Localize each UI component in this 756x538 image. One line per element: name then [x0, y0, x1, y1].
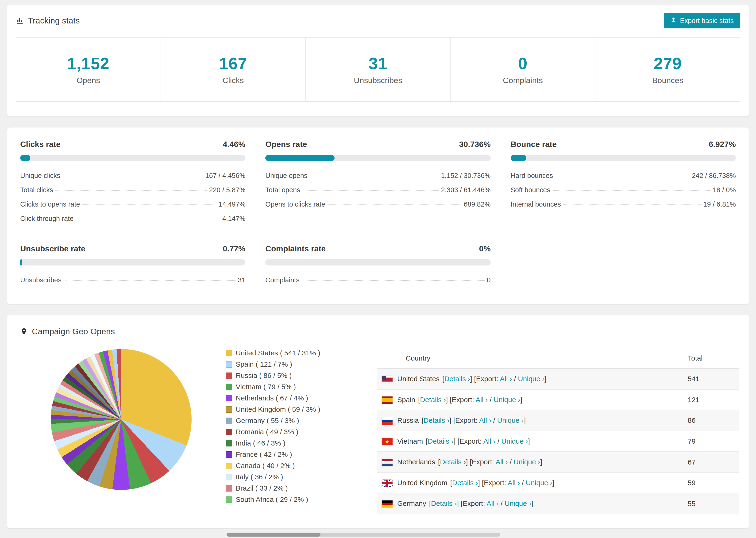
stat-line-value: 2,303 / 61.446%	[441, 186, 490, 194]
flag-icon-es	[382, 397, 393, 404]
export-all-link[interactable]: All ›	[508, 479, 520, 487]
progress-bar	[265, 259, 490, 265]
export-basic-stats-button[interactable]: Export basic stats	[664, 13, 740, 28]
dashboard-page: Tracking stats Export basic stats 1,152O…	[0, 0, 756, 533]
dotted-leader	[302, 280, 484, 281]
legend-swatch	[226, 395, 232, 402]
dotted-leader	[64, 280, 236, 281]
country-total: 79	[683, 431, 739, 452]
country-cell: Russia[Details ›] [Export: All › / Uniqu…	[377, 410, 683, 431]
legend-swatch	[226, 452, 232, 458]
progress-bar	[511, 155, 736, 161]
rate-rows: Complaints0	[265, 273, 490, 287]
country-name: Spain	[397, 396, 415, 404]
dotted-leader	[555, 176, 689, 176]
legend-label: Vietnam ( 79 / 5% )	[236, 383, 296, 391]
export-all-link[interactable]: All ›	[476, 396, 488, 404]
legend-label: South Africa ( 29 / 2% )	[236, 496, 308, 504]
export-all-link[interactable]: All ›	[483, 437, 496, 445]
legend-swatch	[226, 485, 232, 492]
country-actions: [Details ›] [Export: All › / Unique ›]	[450, 479, 554, 487]
stat-line-value: 1,152 / 30.736%	[441, 172, 490, 180]
stat-box-clicks: 167Clicks	[161, 37, 306, 102]
rate-head: Unsubscribe rate0.77%	[20, 244, 245, 253]
dotted-leader	[303, 190, 439, 190]
country-total: 541	[683, 368, 739, 389]
rate-percent: 30.736%	[459, 140, 490, 149]
legend-item: Brazil ( 33 / 2% )	[226, 484, 377, 492]
tracking-stats-card: Tracking stats Export basic stats 1,152O…	[7, 5, 749, 116]
details-link[interactable]: Details ›	[423, 416, 449, 424]
export-all-link[interactable]: All ›	[479, 416, 491, 424]
export-unique-link[interactable]: Unique ›	[505, 500, 531, 507]
stat-label: Unsubscribes	[354, 76, 402, 85]
stat-line-label: Opens to clicks rate	[265, 200, 325, 208]
export-unique-link[interactable]: Unique ›	[526, 479, 552, 487]
export-unique-link[interactable]: Unique ›	[518, 375, 544, 383]
geo-table-row-gb: United Kingdom[Details ›] [Export: All ›…	[377, 472, 739, 493]
rate-percent: 0%	[479, 244, 491, 253]
export-all-link[interactable]: All ›	[496, 458, 508, 466]
country-name: United Kingdom	[397, 479, 447, 487]
country-total: 121	[683, 389, 739, 410]
horizontal-scrollbar[interactable]	[227, 533, 500, 537]
export-all-link[interactable]: All ›	[500, 375, 512, 383]
progress-bar	[20, 155, 245, 161]
legend-label: Brazil ( 33 / 2% )	[236, 484, 288, 492]
stat-line: Unique clicks167 / 4.456%	[20, 169, 245, 183]
dotted-leader	[328, 204, 461, 205]
stat-value: 167	[219, 54, 247, 73]
geo-legend: United States ( 541 / 31% )Spain ( 121 /…	[226, 349, 377, 514]
column-header-country: Country	[377, 349, 683, 368]
geo-table-row-ru: Russia[Details ›] [Export: All › / Uniqu…	[377, 410, 739, 431]
details-link[interactable]: Details ›	[420, 396, 446, 404]
export-unique-link[interactable]: Unique ›	[501, 437, 528, 445]
geo-table-row-vn: Vietnam[Details ›] [Export: All › / Uniq…	[377, 431, 739, 452]
stat-line: Unsubscribes31	[20, 273, 245, 287]
legend-item: Italy ( 36 / 2% )	[226, 473, 377, 481]
details-link[interactable]: Details ›	[452, 479, 478, 487]
legend-swatch	[226, 384, 232, 390]
legend-label: United Kingdom ( 59 / 3% )	[236, 405, 320, 413]
stat-line-label: Hard bounces	[511, 172, 553, 180]
dotted-leader	[82, 204, 216, 205]
rate-title: Clicks rate	[20, 140, 61, 149]
flag-icon-vn	[382, 438, 393, 445]
legend-item: Romania ( 49 / 3% )	[226, 428, 377, 436]
stat-line-label: Clicks to opens rate	[20, 200, 80, 208]
country-name: Netherlands	[397, 458, 435, 466]
export-unique-link[interactable]: Unique ›	[494, 396, 520, 404]
scrollbar-thumb[interactable]	[227, 533, 320, 537]
rate-rows: Unique opens1,152 / 30.736%Total opens2,…	[265, 169, 490, 211]
stat-line: Total opens2,303 / 61.446%	[265, 183, 490, 197]
export-unique-link[interactable]: Unique ›	[514, 458, 540, 466]
legend-label: Romania ( 49 / 3% )	[236, 428, 298, 436]
legend-item: Germany ( 55 / 3% )	[226, 417, 377, 425]
country-cell: United Kingdom[Details ›] [Export: All ›…	[377, 472, 683, 493]
export-all-link[interactable]: All ›	[486, 500, 499, 507]
legend-swatch	[226, 406, 232, 413]
rate-title: Bounce rate	[511, 140, 557, 149]
stat-line-label: Unique opens	[265, 172, 307, 180]
country-name: Germany	[397, 500, 426, 507]
stat-value: 1,152	[67, 54, 109, 73]
stat-line: Complaints0	[265, 273, 490, 287]
country-cell: Spain[Details ›] [Export: All › / Unique…	[377, 389, 683, 410]
rate-block-complaints-rate: Complaints rate0%Complaints0	[265, 244, 490, 287]
details-link[interactable]: Details ›	[444, 375, 470, 383]
stat-label: Clicks	[223, 76, 244, 85]
flag-icon-us	[382, 376, 393, 383]
stat-label: Complaints	[503, 76, 543, 85]
country-cell: United States[Details ›] [Export: All › …	[377, 368, 683, 389]
details-link[interactable]: Details ›	[440, 458, 466, 466]
rate-head: Clicks rate4.46%	[20, 140, 245, 149]
legend-item: South Africa ( 29 / 2% )	[226, 496, 377, 504]
tracking-stats-header: Tracking stats Export basic stats	[16, 13, 740, 28]
details-link[interactable]: Details ›	[431, 500, 457, 507]
legend-label: Spain ( 121 / 7% )	[236, 360, 292, 368]
legend-label: Netherlands ( 67 / 4% )	[236, 394, 308, 402]
export-icon	[670, 17, 676, 25]
rates-grid: Clicks rate4.46%Unique clicks167 / 4.456…	[20, 140, 736, 287]
export-unique-link[interactable]: Unique ›	[497, 416, 524, 424]
details-link[interactable]: Details ›	[428, 437, 454, 445]
